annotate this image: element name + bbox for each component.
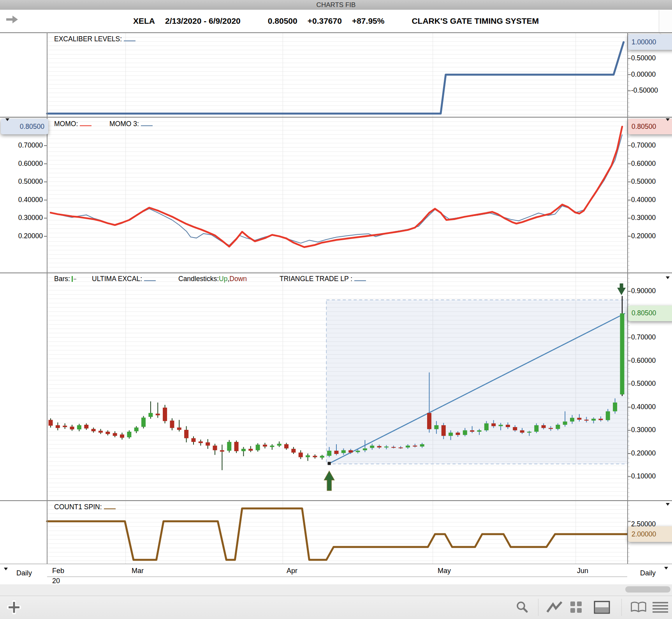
candle-body — [570, 418, 574, 422]
timeframe-left[interactable]: Daily — [16, 569, 32, 577]
candle-body — [606, 411, 610, 420]
daily-left-caret[interactable] — [4, 568, 8, 570]
timeframe-right[interactable]: Daily — [640, 569, 656, 577]
candle-body — [291, 449, 296, 453]
candle-body — [348, 450, 353, 453]
ultima-legend[interactable]: ULTIMA EXCAL: — [92, 275, 156, 283]
candle-body — [406, 446, 410, 448]
momo-right-caret[interactable] — [666, 118, 670, 121]
count1-spin-line — [47, 508, 628, 560]
axis-tick-label: 0.70000 — [5, 141, 43, 149]
candle-body — [556, 425, 560, 429]
candle-body — [241, 449, 246, 451]
candle-body — [148, 413, 153, 417]
candle-body — [227, 442, 231, 451]
left-axis-caret[interactable] — [5, 118, 9, 121]
momo-style-swatch — [80, 120, 91, 126]
momo-line — [51, 127, 622, 247]
axis-tick-label: 0.50000 — [631, 380, 656, 388]
axis-tick-label: 0.20000 — [631, 449, 656, 457]
momo-legend[interactable]: MOMO: — [54, 120, 91, 128]
triangle-trade-region — [326, 300, 628, 464]
candles-down-label: Down — [229, 275, 247, 283]
axis-tick-label: 0.30000 — [631, 214, 656, 222]
toolbar-separator — [538, 599, 538, 616]
menu-lines-icon — [652, 601, 669, 614]
time-axis[interactable] — [0, 564, 672, 585]
candle-body — [141, 418, 146, 427]
count1-right-caret[interactable] — [666, 503, 670, 506]
candle-body — [199, 441, 203, 443]
candle-body — [156, 414, 160, 415]
divider-panel1[interactable] — [0, 117, 672, 118]
candle-body — [399, 447, 403, 448]
candle-body — [470, 430, 474, 432]
candle-body — [163, 408, 167, 421]
count1-label: COUNT1 SPIN: — [54, 503, 102, 511]
daily-right-caret[interactable] — [664, 567, 668, 570]
axis-tick-label: 0.60000 — [631, 357, 656, 365]
book-button[interactable] — [630, 600, 647, 615]
triangle-label: TRIANGLE TRADE LP : — [280, 275, 352, 283]
candle-body — [584, 420, 589, 420]
candle-body — [527, 432, 531, 433]
candle-body — [327, 451, 331, 456]
month-label-feb: Feb — [52, 567, 64, 575]
price-current-value: 0.80500 — [628, 306, 672, 321]
add-button[interactable] — [5, 600, 23, 615]
split-panel-button[interactable] — [593, 600, 610, 615]
divider-panel3[interactable] — [0, 500, 672, 501]
candle-body — [542, 425, 546, 428]
candle-body — [177, 427, 181, 430]
candle-body — [620, 313, 625, 394]
candle-body — [377, 446, 382, 448]
candle-body — [513, 427, 517, 430]
axis-tick-label: 0.40000 — [631, 196, 656, 204]
momo3-style-swatch — [141, 120, 153, 126]
bars-legend[interactable]: Bars: — [54, 275, 76, 283]
count1-style-swatch — [104, 503, 116, 509]
candle-body — [341, 450, 346, 453]
axis-tick-label: 0.40000 — [5, 196, 43, 204]
candle-body — [70, 427, 74, 429]
chart-canvas[interactable] — [0, 0, 672, 619]
candle-body — [192, 438, 196, 442]
candle-body — [598, 419, 603, 420]
trend-tool-button[interactable] — [546, 600, 563, 615]
candle-body — [477, 430, 482, 432]
candle-body — [134, 427, 139, 431]
axis-tick-label: 0.40000 — [631, 403, 656, 411]
candle-body — [170, 420, 174, 428]
candle-body — [534, 425, 538, 432]
search-button[interactable] — [514, 600, 531, 615]
triangle-legend[interactable]: TRIANGLE TRADE LP : — [280, 275, 366, 283]
axis-tick-label: 0.20000 — [631, 232, 656, 240]
candle-body — [56, 425, 60, 428]
price-right-caret[interactable] — [666, 276, 670, 279]
axis-tick-label: 0.50000 — [631, 54, 656, 62]
candle-body — [270, 446, 274, 447]
momo3-legend[interactable]: MOMO 3: — [109, 120, 153, 128]
axis-tick-label: 0.60000 — [631, 160, 656, 168]
month-label-jun: Jun — [577, 567, 588, 575]
candlesticks-legend[interactable]: Candlesticks:Up,Down — [178, 275, 247, 283]
trend-start-marker — [328, 462, 331, 465]
candle-body — [256, 445, 260, 450]
month-label-may: May — [438, 567, 451, 575]
divider-panel2[interactable] — [0, 273, 672, 273]
horizontal-scrollbar-thumb[interactable] — [625, 586, 670, 593]
candle-body — [234, 442, 239, 451]
excaliber-legend[interactable]: EXCALIBER LEVELS: — [54, 35, 135, 43]
candle-body — [591, 419, 596, 421]
axis-tick-label: 0.00000 — [631, 70, 656, 79]
menu-button[interactable] — [652, 600, 669, 615]
count1-legend[interactable]: COUNT1 SPIN: — [54, 503, 116, 511]
candle-body — [277, 444, 281, 446]
candle-body — [99, 431, 103, 433]
candles-up-label: Up — [219, 275, 227, 283]
candle-body — [120, 434, 124, 438]
candle-body — [449, 433, 453, 436]
layout-grid-button[interactable] — [568, 600, 585, 615]
divider-header — [0, 32, 672, 33]
split-panel-icon — [594, 601, 610, 614]
